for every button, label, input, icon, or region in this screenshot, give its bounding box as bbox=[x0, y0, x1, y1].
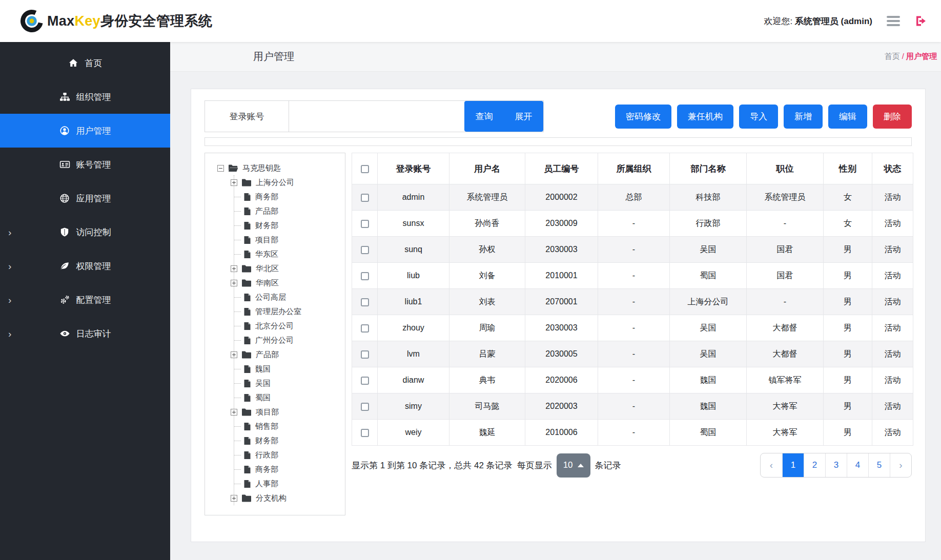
tree-node[interactable]: 马克思钥匙 bbox=[217, 161, 343, 175]
page-header: 用户管理 首页/用户管理 bbox=[170, 42, 941, 72]
tree-node-label[interactable]: 华东区 bbox=[255, 250, 278, 259]
tree-node[interactable]: 广州分公司 bbox=[234, 333, 343, 347]
tree-node[interactable]: 华北区 bbox=[234, 261, 343, 276]
tree-node[interactable]: 商务部 bbox=[234, 190, 343, 204]
tree-node[interactable]: 北京分公司 bbox=[234, 319, 343, 333]
tree-node[interactable]: 行政部 bbox=[234, 448, 343, 462]
breadcrumb-home-link[interactable]: 首页 bbox=[885, 52, 900, 60]
tree-node[interactable]: 财务部 bbox=[234, 433, 343, 448]
concurrent-org-button[interactable]: 兼任机构 bbox=[677, 105, 733, 129]
row-checkbox[interactable] bbox=[361, 272, 369, 280]
tree-node[interactable]: 华东区 bbox=[234, 247, 343, 261]
menu-toggle-icon[interactable] bbox=[887, 16, 900, 26]
tree-connector bbox=[234, 484, 241, 484]
tree-collapse-toggle[interactable] bbox=[217, 165, 224, 172]
change-password-button[interactable]: 密码修改 bbox=[615, 105, 671, 129]
tree-expand-toggle[interactable] bbox=[231, 495, 237, 502]
prev-page-button[interactable]: ‹ bbox=[761, 453, 782, 477]
sidebar-item-applications[interactable]: 应用管理 bbox=[0, 181, 170, 215]
row-checkbox[interactable] bbox=[361, 298, 369, 306]
tree-node-label[interactable]: 北京分公司 bbox=[255, 321, 294, 331]
sidebar-item-audit-log[interactable]: ›日志审计 bbox=[0, 317, 170, 350]
sidebar-item-permissions[interactable]: ›权限管理 bbox=[0, 249, 170, 283]
sidebar-item-access-control[interactable]: ›访问控制 bbox=[0, 215, 170, 249]
tree-node-label[interactable]: 项目部 bbox=[255, 235, 278, 245]
tree-expand-toggle[interactable] bbox=[231, 280, 237, 286]
tree-node-label[interactable]: 销售部 bbox=[255, 422, 278, 431]
import-button[interactable]: 导入 bbox=[739, 105, 778, 129]
sidebar-item-home[interactable]: 首页 bbox=[0, 46, 170, 80]
row-checkbox[interactable] bbox=[361, 194, 369, 202]
row-checkbox[interactable] bbox=[361, 324, 369, 333]
tree-node-label[interactable]: 项目部 bbox=[256, 407, 279, 417]
tree-node-label[interactable]: 吴国 bbox=[255, 379, 271, 388]
tree-node[interactable]: 魏国 bbox=[234, 362, 343, 376]
tree-node[interactable]: 产品部 bbox=[234, 204, 343, 218]
tree-node[interactable]: 项目部 bbox=[234, 233, 343, 247]
tree-node[interactable]: 项目部 bbox=[234, 405, 343, 419]
page-button-5[interactable]: 5 bbox=[868, 453, 890, 477]
row-checkbox[interactable] bbox=[361, 350, 369, 359]
tree-node[interactable]: 分支机构 bbox=[234, 491, 343, 505]
add-button[interactable]: 新增 bbox=[784, 105, 823, 129]
page-size-select[interactable]: 10 bbox=[557, 453, 590, 478]
row-checkbox[interactable] bbox=[361, 377, 369, 385]
edit-button[interactable]: 编辑 bbox=[828, 105, 867, 129]
tree-node-label[interactable]: 华北区 bbox=[256, 264, 279, 274]
tree-node[interactable]: 产品部 bbox=[234, 347, 343, 362]
select-all-checkbox[interactable] bbox=[361, 165, 369, 173]
tree-node-label[interactable]: 商务部 bbox=[255, 192, 278, 202]
tree-node[interactable]: 财务部 bbox=[234, 218, 343, 233]
logout-icon[interactable] bbox=[914, 14, 928, 28]
tree-node[interactable]: 蜀国 bbox=[234, 390, 343, 405]
tree-node-label[interactable]: 分支机构 bbox=[256, 493, 287, 503]
page-button-1[interactable]: 1 bbox=[782, 453, 804, 477]
tree-node[interactable]: 销售部 bbox=[234, 419, 343, 433]
tree-node-label[interactable]: 华南区 bbox=[256, 278, 279, 288]
tree-expand-toggle[interactable] bbox=[231, 409, 237, 416]
tree-node[interactable]: 人事部 bbox=[234, 476, 343, 491]
tree-expand-toggle[interactable] bbox=[231, 265, 237, 272]
sidebar-item-users[interactable]: 用户管理 bbox=[0, 114, 170, 148]
page-button-4[interactable]: 4 bbox=[847, 453, 868, 477]
tree-node[interactable]: 上海分公司 bbox=[234, 175, 343, 190]
tree-node-label[interactable]: 财务部 bbox=[255, 436, 278, 446]
tree-node-label[interactable]: 上海分公司 bbox=[256, 178, 294, 188]
tree-node[interactable]: 管理层办公室 bbox=[234, 304, 343, 319]
tree-node-label[interactable]: 人事部 bbox=[255, 479, 278, 489]
tree-node-label[interactable]: 产品部 bbox=[255, 206, 278, 216]
tree-expand-toggle[interactable] bbox=[231, 351, 237, 358]
sidebar-item-configuration[interactable]: ›配置管理 bbox=[0, 283, 170, 317]
tree-node[interactable]: 商务部 bbox=[234, 462, 343, 476]
tree-node-label[interactable]: 公司高层 bbox=[255, 293, 286, 302]
tree-node-label[interactable]: 蜀国 bbox=[255, 393, 271, 403]
tree-node-label[interactable]: 行政部 bbox=[255, 450, 278, 460]
folder-icon bbox=[241, 279, 252, 287]
page-button-3[interactable]: 3 bbox=[825, 453, 847, 477]
row-checkbox[interactable] bbox=[361, 246, 369, 254]
tree-connector bbox=[234, 369, 241, 369]
tree-node-label[interactable]: 魏国 bbox=[255, 364, 271, 374]
column-header: 职位 bbox=[747, 153, 824, 184]
expand-button[interactable]: 展开 bbox=[504, 101, 543, 132]
row-checkbox[interactable] bbox=[361, 220, 369, 228]
tree-node-label[interactable]: 产品部 bbox=[256, 350, 279, 360]
next-page-button[interactable]: › bbox=[890, 453, 911, 477]
tree-expand-toggle[interactable] bbox=[231, 179, 237, 186]
tree-node[interactable]: 公司高层 bbox=[234, 290, 343, 304]
tree-node-label[interactable]: 马克思钥匙 bbox=[242, 163, 281, 173]
tree-node[interactable]: 吴国 bbox=[234, 376, 343, 390]
login-account-input[interactable] bbox=[289, 101, 464, 132]
tree-node-label[interactable]: 商务部 bbox=[255, 465, 278, 474]
sidebar-item-accounts[interactable]: 账号管理 bbox=[0, 148, 170, 181]
row-checkbox[interactable] bbox=[361, 403, 369, 411]
delete-button[interactable]: 删除 bbox=[873, 105, 912, 129]
tree-node-label[interactable]: 财务部 bbox=[255, 221, 278, 231]
query-button[interactable]: 查询 bbox=[464, 101, 504, 132]
sidebar-item-organization[interactable]: 组织管理 bbox=[0, 80, 170, 114]
tree-node-label[interactable]: 广州分公司 bbox=[255, 336, 294, 345]
tree-node[interactable]: 华南区 bbox=[234, 276, 343, 290]
page-button-2[interactable]: 2 bbox=[804, 453, 825, 477]
row-checkbox[interactable] bbox=[361, 429, 369, 437]
tree-node-label[interactable]: 管理层办公室 bbox=[255, 307, 301, 317]
